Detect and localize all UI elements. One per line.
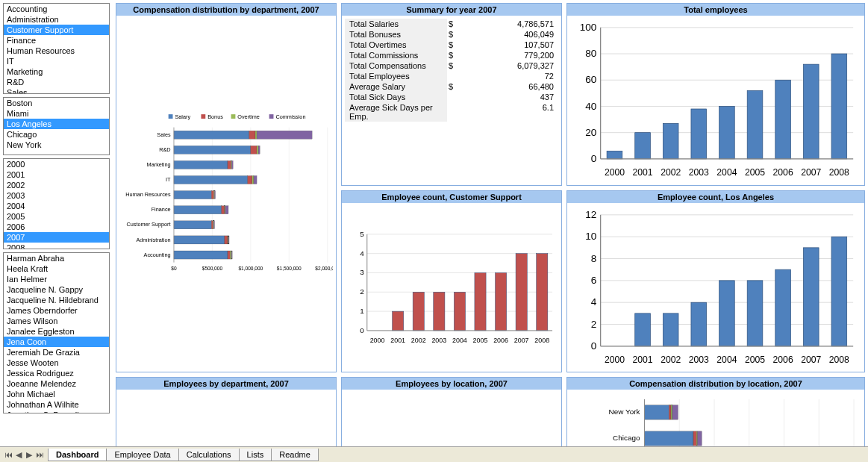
svg-text:Finance: Finance [152,206,171,213]
svg-text:3: 3 [360,268,364,276]
sheet-tab[interactable]: Lists [239,449,272,461]
svg-rect-89 [228,236,229,244]
svg-rect-22 [747,90,763,159]
svg-text:2002: 2002 [661,167,681,178]
listbox-option[interactable]: Administration [4,14,109,25]
listbox-option[interactable]: Jonathan C. Parnell [4,410,109,413]
tab-next-icon[interactable]: ▶ [24,450,34,460]
svg-rect-214 [669,405,671,419]
listbox-option[interactable]: Finance [4,35,109,46]
listbox-option[interactable]: James Wilson [4,316,109,326]
listbox-option[interactable]: Jessica Rodriguez [4,368,109,378]
svg-rect-77 [222,206,225,214]
listbox-option[interactable]: 2006 [4,222,109,232]
listbox-option[interactable]: Janalee Eggleston [4,326,109,337]
listbox-option[interactable]: Chicago [4,129,109,140]
tab-nav[interactable]: ⏮ ◀ ▶ ⏭ [0,450,48,460]
listbox-option[interactable]: 2003 [4,190,109,201]
svg-text:2002: 2002 [411,336,426,343]
listbox-option[interactable]: 2004 [4,201,109,211]
svg-rect-87 [225,236,228,244]
sheet-tab[interactable]: Calculations [178,449,240,461]
listbox-option[interactable]: Jacqueline N. Gappy [4,284,109,295]
svg-rect-76 [174,206,222,214]
listbox-option[interactable]: Customer Support [4,25,109,35]
svg-text:80: 80 [585,48,596,59]
listbox-option[interactable]: Accounting [4,4,109,14]
summary-currency: $ [447,29,456,40]
svg-text:2000: 2000 [370,336,385,343]
listbox-option[interactable]: Los Angeles [4,119,109,129]
svg-text:Administration: Administration [136,237,170,243]
listbox-option[interactable]: Harman Abraha [4,253,109,263]
listbox-option[interactable]: 2002 [4,180,109,190]
sheet-tab[interactable]: Dashboard [48,449,107,461]
listbox-option[interactable]: R&D [4,77,109,87]
listbox-option[interactable]: Johnathan A Wilhite [4,399,109,410]
svg-rect-62 [228,160,231,169]
svg-text:Sales: Sales [157,131,171,138]
sheet-tabs: ⏮ ◀ ▶ ⏭ DashboardEmployee DataCalculatio… [0,446,868,462]
employee-listbox[interactable]: Harman AbrahaHeela KraftIan HelmerJacque… [3,252,110,413]
summary-value: 779,200 [456,50,558,60]
listbox-option[interactable]: Sales [4,87,109,94]
summary-currency: $ [447,60,456,71]
emp-count-la-chart: Employee count, Los Angeles 024681012200… [566,190,865,373]
svg-rect-24 [775,80,791,159]
listbox-option[interactable]: Jesse Wooten [4,358,109,368]
listbox-option[interactable]: Human Resources [4,46,109,56]
listbox-option[interactable]: Boston [4,98,109,108]
listbox-option[interactable]: 2007 [4,232,109,243]
tab-prev-icon[interactable]: ◀ [13,450,24,460]
svg-rect-61 [174,160,228,169]
listbox-option[interactable]: 2005 [4,211,109,222]
listbox-option[interactable]: Ian Helmer [4,274,109,284]
listbox-option[interactable]: Jacqueline N. Hildebrand [4,295,109,305]
svg-rect-16 [663,123,678,159]
chart-title: Employees by department, 2007 [116,378,336,390]
year-listbox[interactable]: 200020012002200320042005200620072008 [3,158,110,249]
svg-rect-71 [174,191,211,199]
svg-rect-219 [693,431,696,446]
svg-rect-38 [269,114,274,119]
svg-text:0: 0 [591,153,597,164]
svg-rect-18 [691,109,707,159]
listbox-option[interactable]: Jeremiah De Grazia [4,347,109,358]
listbox-option[interactable]: 2001 [4,169,109,180]
svg-rect-83 [213,221,213,229]
svg-text:2003: 2003 [689,167,709,178]
listbox-option[interactable]: IT [4,56,109,66]
listbox-option[interactable]: Joeanne Melendez [4,378,109,389]
listbox-option[interactable]: Heela Kraft [4,263,109,274]
svg-rect-72 [211,191,213,199]
tab-last-icon[interactable]: ⏭ [34,450,45,460]
listbox-option[interactable]: 2000 [4,159,109,169]
svg-rect-158 [831,237,847,346]
svg-text:2003: 2003 [431,336,446,343]
svg-rect-34 [201,114,205,119]
svg-rect-36 [231,114,236,119]
department-listbox[interactable]: AccountingAdministrationCustomer Support… [3,3,110,94]
svg-rect-218 [644,431,693,446]
listbox-option[interactable]: Miami [4,108,109,119]
listbox-option[interactable]: James Oberndorfer [4,305,109,316]
listbox-option[interactable]: John Michael [4,389,109,399]
summary-value: 66,480 [456,81,558,92]
sheet-tab[interactable]: Employee Data [106,449,178,461]
sheet-tab[interactable]: Readme [271,449,319,461]
location-listbox[interactable]: BostonMiamiLos AngelesChicagoNew York [3,97,110,155]
svg-text:Chicago: Chicago [613,434,640,443]
tab-first-icon[interactable]: ⏮ [3,450,13,460]
svg-text:2: 2 [360,287,364,296]
summary-label: Total Sick Days [345,92,447,102]
chart-title: Employee count, Los Angeles [567,191,864,203]
listbox-option[interactable]: 2008 [4,243,109,249]
listbox-option[interactable]: New York [4,140,109,150]
svg-text:2006: 2006 [773,354,793,364]
svg-text:$1,500,000: $1,500,000 [277,266,302,271]
svg-rect-144 [635,313,651,346]
svg-rect-78 [225,206,225,214]
listbox-option[interactable]: Jena Coon [4,337,109,347]
listbox-option[interactable]: Marketing [4,66,109,77]
svg-rect-88 [228,236,228,244]
